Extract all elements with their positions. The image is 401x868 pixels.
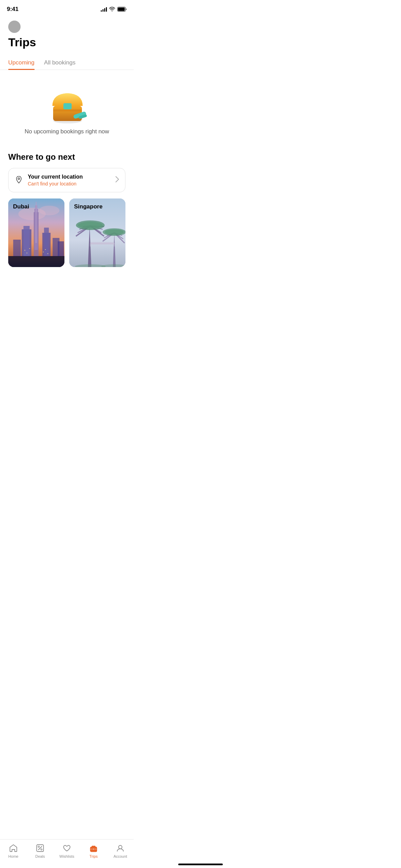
svg-rect-25 bbox=[25, 250, 25, 251]
status-time: 9:41 bbox=[7, 6, 19, 13]
svg-rect-27 bbox=[29, 248, 30, 249]
location-main-text: Your current location bbox=[28, 174, 83, 180]
avatar[interactable] bbox=[8, 21, 21, 33]
status-bar: 9:41 bbox=[0, 0, 134, 16]
svg-rect-16 bbox=[36, 202, 37, 212]
destination-card-dubai[interactable]: Dubai bbox=[8, 198, 64, 267]
location-left: Your current location Can't find your lo… bbox=[15, 174, 83, 186]
svg-rect-24 bbox=[8, 256, 64, 267]
svg-point-0 bbox=[112, 11, 112, 12]
wifi-icon bbox=[109, 7, 115, 12]
svg-rect-28 bbox=[43, 252, 44, 252]
dubai-label: Dubai bbox=[13, 203, 29, 210]
svg-rect-29 bbox=[45, 249, 46, 250]
svg-point-42 bbox=[78, 222, 103, 229]
empty-state: No upcoming bookings right now bbox=[0, 70, 134, 145]
location-card[interactable]: Your current location Can't find your lo… bbox=[8, 168, 125, 192]
svg-rect-6 bbox=[63, 103, 72, 109]
destinations-grid: Dubai bbox=[8, 198, 125, 267]
svg-rect-20 bbox=[44, 228, 49, 257]
battery-icon bbox=[117, 7, 127, 12]
destination-card-singapore[interactable]: Singapore bbox=[69, 198, 125, 267]
svg-point-12 bbox=[39, 206, 60, 215]
location-sub-text: Can't find your location bbox=[28, 181, 83, 186]
svg-point-51 bbox=[105, 229, 124, 235]
empty-state-text: No upcoming bookings right now bbox=[25, 128, 109, 135]
svg-rect-2 bbox=[118, 8, 125, 11]
section-title: Where to go next bbox=[8, 152, 125, 162]
svg-rect-9 bbox=[53, 109, 82, 111]
page-title: Trips bbox=[8, 36, 125, 49]
empty-illustration bbox=[46, 84, 87, 121]
svg-rect-30 bbox=[48, 253, 48, 254]
location-info: Your current location Can't find your lo… bbox=[28, 174, 83, 186]
svg-rect-21 bbox=[13, 240, 21, 257]
tab-upcoming[interactable]: Upcoming bbox=[8, 56, 35, 70]
svg-rect-52 bbox=[90, 242, 114, 244]
header: Trips bbox=[0, 16, 134, 49]
tab-all-bookings[interactable]: All bookings bbox=[44, 56, 76, 70]
where-to-go-section: Where to go next Your current location C… bbox=[0, 145, 134, 274]
pin-icon bbox=[15, 176, 23, 185]
signal-icon bbox=[101, 7, 107, 12]
svg-rect-23 bbox=[58, 241, 64, 257]
treasure-chest-icon bbox=[46, 84, 91, 125]
chevron-right-icon bbox=[116, 176, 119, 184]
singapore-label: Singapore bbox=[74, 203, 102, 210]
status-icons bbox=[101, 7, 127, 12]
svg-rect-18 bbox=[24, 226, 30, 257]
tabs-container: Upcoming All bookings bbox=[0, 56, 134, 70]
svg-rect-26 bbox=[27, 253, 27, 253]
